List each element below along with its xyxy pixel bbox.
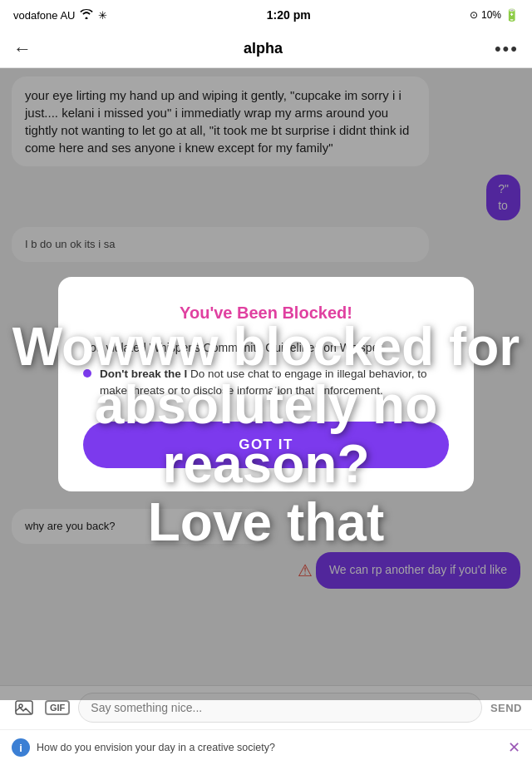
modal-rule-1: Don't break the l Do not use chat to eng…	[83, 366, 449, 400]
wifi-icon	[80, 9, 93, 22]
info-text: How do you envision your day in a creati…	[37, 742, 275, 753]
modal-body-text: You violated Whisper's Community Guideli…	[83, 339, 449, 358]
modal-title: You've Been Blocked!	[83, 304, 449, 323]
rule-label-1: Don't break the l	[100, 368, 187, 380]
brightness-icon: ✳	[98, 9, 107, 22]
gif-button[interactable]: GIF	[45, 700, 70, 715]
modal-overlay: You've Been Blocked! You violated Whispe…	[0, 68, 532, 700]
info-close-button[interactable]: ✕	[508, 740, 520, 755]
info-banner: i How do you envision your day in a crea…	[0, 729, 532, 765]
back-button[interactable]: ←	[13, 38, 32, 60]
chat-area: your eye lirting my hand up and wiping i…	[0, 68, 532, 700]
status-bar: vodafone AU ✳ 1:20 pm ⊙ 10% 🔋	[0, 0, 532, 30]
got-it-button[interactable]: GOT IT	[83, 422, 449, 468]
blocked-modal: You've Been Blocked! You violated Whispe…	[58, 277, 474, 491]
carrier-text: vodafone AU	[13, 9, 75, 22]
location-icon: ⊙	[470, 9, 478, 21]
send-button[interactable]: SEND	[490, 702, 522, 714]
info-icon: i	[12, 738, 30, 757]
status-time: 1:20 pm	[267, 8, 311, 22]
battery-icon: 🔋	[505, 8, 519, 22]
rule-text-1: Don't break the l Do not use chat to eng…	[100, 366, 449, 400]
battery-text: 10%	[481, 9, 501, 21]
rule-dot	[83, 369, 91, 378]
status-right: ⊙ 10% 🔋	[470, 8, 519, 22]
more-button[interactable]: •••	[495, 38, 519, 60]
nav-bar: ← alpha •••	[0, 30, 532, 68]
nav-title: alpha	[244, 40, 283, 57]
status-left: vodafone AU ✳	[13, 9, 107, 22]
